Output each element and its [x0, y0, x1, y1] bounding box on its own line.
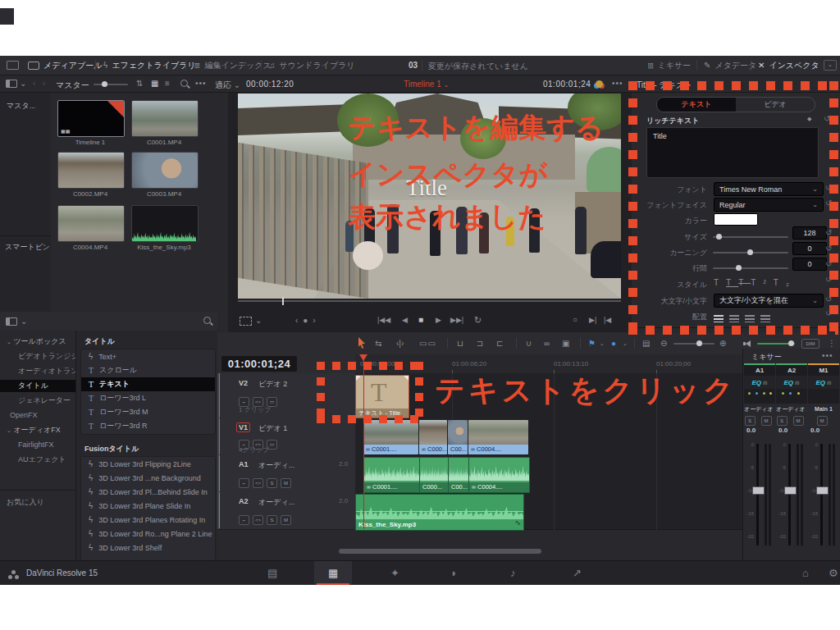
goto-start-icon[interactable]: |◀◀ — [377, 317, 390, 324]
size-slider[interactable] — [713, 236, 788, 238]
tab-text[interactable]: テキスト — [657, 98, 736, 112]
color-wheels-icon[interactable] — [596, 80, 603, 88]
tab-media-pool[interactable]: メディアプール — [28, 56, 102, 75]
style-regular-button[interactable]: T — [714, 278, 726, 287]
media-item-c0003[interactable] — [131, 152, 199, 189]
tab-effects-library[interactable]: ϟ エフェクトライブラリ — [103, 56, 196, 75]
thumbnail-size-slider[interactable] — [94, 84, 128, 85]
page-fusion-icon[interactable]: ✦ — [390, 567, 399, 579]
timeline-selector[interactable]: Timeline 1 ⌄ — [404, 80, 449, 89]
zoom-in-icon[interactable]: ⊕ — [719, 339, 726, 349]
overwrite-clip-icon[interactable]: ⊐ — [477, 339, 483, 349]
linespacing-value[interactable]: 0 — [792, 258, 827, 271]
jog-control[interactable]: ‹●› — [295, 317, 321, 325]
transform-tool-icon[interactable] — [240, 317, 252, 326]
chevron-down-icon[interactable]: ⌄ — [600, 339, 605, 349]
fusion-title-item[interactable]: ϟ3D Lower 3rd Ro...ng Plane 2 Line — [81, 527, 215, 541]
rich-text-input[interactable]: Title — [646, 127, 819, 178]
fader-a2[interactable]: 0 -5 -10 -15 -20 — [776, 441, 807, 555]
match-frame-icon[interactable]: ○ — [573, 316, 578, 324]
align-center-button[interactable] — [729, 315, 739, 322]
mute-button[interactable]: M — [761, 416, 772, 426]
chevron-down-icon[interactable]: ⌄ — [255, 317, 262, 325]
dynamic-trim-icon[interactable]: ‹|› — [396, 339, 404, 349]
list-view-icon[interactable]: ≡ — [165, 80, 170, 88]
fade-handle-icon[interactable]: ∿ — [514, 518, 521, 527]
insert-clip-icon[interactable]: ⊔ — [457, 339, 463, 349]
fusion-title-item[interactable]: ϟ3D Lower 3rd Plane Slide In — [81, 499, 215, 513]
eq-button[interactable]: EQılı — [776, 376, 807, 389]
mute-button[interactable]: M — [817, 416, 828, 426]
sidebar-item-master[interactable]: マスタ... — [7, 101, 48, 112]
music-clip[interactable]: Kiss_the_Sky.mp3 ∿ — [355, 494, 524, 531]
media-item-timeline1[interactable]: ▦▦ — [57, 100, 125, 137]
audio-clip-1[interactable]: ∞ C0001.... — [363, 457, 420, 493]
style-underline-button[interactable]: T — [726, 278, 738, 287]
stop-icon[interactable]: ■ — [418, 316, 423, 324]
zoom-out-icon[interactable]: ⊖ — [660, 339, 667, 349]
fit-mode-select[interactable]: 適応 ⌄ — [215, 80, 240, 91]
timeline-options-icon[interactable]: ⋮ — [828, 339, 836, 349]
fusion-title-item[interactable]: ϟ3D Lower 3rd ...ne Background — [81, 471, 215, 485]
media-item-audio[interactable] — [131, 205, 199, 242]
tree-openfx[interactable]: OpenFX — [0, 409, 85, 422]
fader-a1[interactable]: 0 -5 -10 -15 -20 — [744, 441, 775, 555]
fusion-title-item[interactable]: ϟ3D Lower 3rd Pl...Behind Slide In — [81, 485, 215, 499]
solo-button[interactable]: S — [267, 515, 277, 525]
track-lock-icon[interactable]: ⌐ — [239, 515, 249, 525]
more-options-icon[interactable]: ••• — [195, 80, 207, 88]
chevron-down-icon[interactable]: ⌄ — [20, 80, 26, 88]
fusion-title-item[interactable]: ϟ3D Lower 3rd Shelf — [81, 541, 215, 555]
position-lock-icon[interactable]: ▣ — [562, 339, 569, 349]
align-right-button[interactable] — [745, 315, 755, 322]
title-item-textplus[interactable]: ϟText+ — [81, 349, 215, 363]
reset-icon[interactable]: ↺ — [825, 199, 832, 208]
video-clip-4[interactable]: ∞ C0004.... — [468, 420, 528, 454]
loop-icon[interactable]: ↻ — [474, 316, 482, 325]
reset-icon[interactable]: ↺ — [825, 308, 832, 317]
case-select[interactable]: 大文字/小文字を混在⌄ — [714, 294, 824, 308]
fader-m1[interactable]: 0 -5 -10 -15 -20 — [808, 441, 839, 555]
video-clip-3[interactable]: C00... — [448, 420, 468, 454]
viewer-scrubber[interactable] — [238, 300, 621, 302]
track-header-a1[interactable]: A1 オーディ... 2.0 ⌐<>SM — [217, 455, 355, 493]
trim-edit-icon[interactable]: ⇆ — [375, 339, 381, 349]
media-item-c0004[interactable] — [57, 205, 125, 242]
track-header-v2[interactable]: V2 ビデオ 2 ⌐<>▭ 1 クリップ — [217, 373, 355, 419]
timeline-zoom-slider[interactable] — [673, 343, 714, 345]
reset-icon[interactable]: ↺ — [825, 294, 832, 304]
page-color-icon[interactable]: ◑ — [450, 567, 456, 579]
tab-metadata[interactable]: ✎ メタデータ — [704, 56, 756, 75]
style-strike-button[interactable]: T — [738, 278, 751, 287]
chevron-down-icon[interactable]: ⌄ — [623, 339, 628, 349]
track-header-a2[interactable]: A2 オーディ... 2.0 ⌐<>SM — [217, 492, 355, 530]
play-icon[interactable]: ▶ — [436, 317, 441, 324]
speaker-icon[interactable] — [746, 340, 751, 347]
style-superscript-button[interactable]: T² — [751, 278, 773, 287]
dynamics-cell[interactable] — [744, 389, 775, 404]
page-deliver-icon[interactable]: ↗ — [573, 567, 582, 579]
timeline-view-options-icon[interactable]: ▤ — [642, 339, 650, 349]
fader-knob[interactable] — [784, 486, 797, 495]
grid-view-icon[interactable]: ▦ — [151, 80, 158, 88]
capture-icon[interactable] — [7, 61, 19, 70]
video-clip-1[interactable]: ∞ C0001.... — [363, 420, 418, 454]
color-swatch[interactable] — [714, 213, 758, 226]
goto-end-icon[interactable]: ▶▶| — [450, 317, 463, 324]
title-item-lower3rd-m[interactable]: Tローワー3rd M — [81, 405, 215, 419]
title-item-lower3rd-l[interactable]: Tローワー3rd L — [81, 391, 215, 405]
tree-audiofx[interactable]: ⌄ オーディオFX — [0, 424, 82, 436]
reset-icon[interactable]: ↺ — [824, 114, 830, 123]
tree-favorites[interactable]: お気に入り — [0, 496, 82, 509]
linespacing-slider[interactable] — [713, 267, 788, 269]
auto-select-icon[interactable]: <> — [253, 515, 263, 525]
razor-icon[interactable]: ▭▭ — [419, 339, 436, 349]
audio-clip-3[interactable]: C00... — [448, 457, 469, 493]
size-value[interactable]: 128 — [792, 226, 827, 240]
eq-button[interactable]: EQılı — [744, 376, 775, 389]
font-select[interactable]: Times New Roman⌄ — [714, 182, 824, 196]
title-item-text[interactable]: Tテキスト — [81, 377, 215, 391]
track-id[interactable]: V1 — [236, 422, 250, 432]
reset-icon[interactable]: ↺ — [825, 183, 832, 192]
bin-selector[interactable]: マスター — [56, 80, 89, 91]
